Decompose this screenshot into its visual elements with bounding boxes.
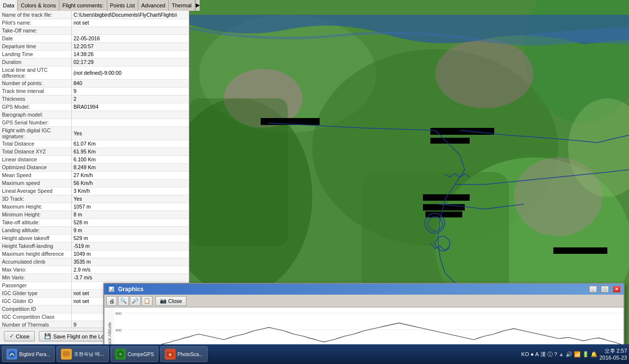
- table-row: Mean Speed27 Km/h: [0, 171, 189, 179]
- print-button[interactable]: 🖨: [106, 296, 117, 306]
- tab-points[interactable]: Points List: [107, 0, 139, 11]
- field-label: Landing altitude:: [0, 226, 71, 234]
- table-row: Height above takeoff529 m: [0, 234, 189, 242]
- field-label: IGC Glider ID: [0, 297, 71, 305]
- field-value: 61.95 Km: [71, 148, 189, 155]
- tab-advanced[interactable]: Advanced: [138, 0, 169, 11]
- question-icon: ?: [554, 351, 557, 357]
- gfx-close-button[interactable]: 📷 Close: [155, 296, 186, 306]
- svg-point-7: [435, 39, 534, 108]
- field-label: Take-off altitude:: [0, 218, 71, 226]
- svg-point-54: [8, 351, 15, 358]
- info-icon: ⓘ: [547, 351, 553, 358]
- table-row: Minimum Height:8 m: [0, 211, 189, 218]
- tab-comments[interactable]: Flight comments:: [60, 0, 107, 11]
- taskbar-app-chat[interactable]: 조현숙님 메...: [57, 346, 108, 362]
- field-label: Track time interval: [0, 87, 71, 95]
- field-value: 8.249 Km: [71, 163, 189, 171]
- windowclose-button[interactable]: ✕: [613, 286, 621, 293]
- copy-button[interactable]: 📋: [142, 296, 152, 306]
- chat-label: 조현숙님 메...: [74, 351, 104, 358]
- table-row: Lineal Average Speed3 Km/h: [0, 187, 189, 195]
- field-value: 9: [71, 87, 189, 95]
- taskbar-clock: 오후 2:57 2016-05-23: [599, 347, 627, 362]
- field-value: [71, 111, 189, 119]
- table-row: Pilot's name:not set: [0, 19, 189, 27]
- table-row: GPS Serial Number:: [0, 119, 189, 126]
- tab-thermal[interactable]: Thermal: [169, 0, 195, 11]
- field-label: Height Takeoff-landing: [0, 242, 71, 250]
- table-row: Flight with digital IGC signature:Yes: [0, 126, 189, 140]
- field-label: Name of the track file:: [0, 11, 71, 19]
- taskbar-app-bigbird[interactable]: Bigbird Para...: [2, 346, 55, 362]
- field-value: C:\Users\bigbird\Documents\FlyChart\Flig…: [71, 11, 189, 19]
- field-value: 56 Km/h: [71, 179, 189, 187]
- field-value: not set: [71, 19, 189, 27]
- field-label: Barograph model:: [0, 111, 71, 119]
- speaker-icon[interactable]: 🔊: [566, 351, 572, 358]
- maximize-button[interactable]: □: [601, 286, 609, 293]
- graphics-title: Graphics: [118, 286, 585, 293]
- lang-indicator: KO: [521, 351, 529, 357]
- field-label: Date: [0, 34, 71, 42]
- table-row: Duration02:17:29: [0, 58, 189, 66]
- table-row: Maximum Height:1057 m: [0, 203, 189, 211]
- system-tray: KO ● A 漢 ⓘ ? ▲ 🔊 📶 🔋 🔔: [521, 351, 598, 358]
- field-value: -3.7 m/s: [71, 273, 189, 281]
- svg-rect-55: [63, 351, 70, 356]
- table-row: Optimized Distance8.249 Km: [0, 163, 189, 171]
- graphics-titlebar: 📊 Graphics _ □ ✕: [104, 284, 624, 295]
- field-label: Take-Off name:: [0, 27, 71, 34]
- zoom-out-button[interactable]: 🔎: [130, 296, 141, 306]
- field-value: Yes: [71, 195, 189, 203]
- field-label: Number of Thermals: [0, 321, 71, 328]
- field-value: 6.100 Km: [71, 155, 189, 163]
- network-status-icon[interactable]: 📶: [574, 351, 581, 358]
- compegps-icon: [115, 349, 126, 360]
- field-label: Maximum speed: [0, 179, 71, 187]
- table-row: Accumulated climb3535 m: [0, 258, 189, 266]
- field-label: Height above takeoff: [0, 234, 71, 242]
- field-label: Total Distance: [0, 140, 71, 148]
- field-value: 14:38:26: [71, 50, 189, 58]
- field-value: 1049 m: [71, 250, 189, 258]
- table-row: Number of points:840: [0, 79, 189, 87]
- svg-rect-10: [361, 172, 509, 295]
- field-value: [71, 27, 189, 34]
- check-icon: ✓: [9, 333, 14, 339]
- field-label: Number of points:: [0, 79, 71, 87]
- table-row: Thickness2: [0, 95, 189, 103]
- tab-colors[interactable]: Colors & Icons: [18, 0, 60, 11]
- field-label: Maximum Height:: [0, 203, 71, 211]
- minimize-button[interactable]: _: [589, 286, 597, 293]
- field-value: 22-05-2016: [71, 34, 189, 42]
- compegps-label: CompeGPS: [128, 352, 154, 357]
- field-value: 3535 m: [71, 258, 189, 266]
- field-value: 8 m: [71, 211, 189, 218]
- lang-icon: A: [535, 351, 539, 357]
- tab-data[interactable]: Data: [0, 0, 18, 11]
- notification-icon[interactable]: 🔔: [591, 351, 598, 358]
- table-row: Maximum height difference1049 m: [0, 250, 189, 258]
- table-row: Track time interval9: [0, 87, 189, 95]
- field-value: Yes: [71, 126, 189, 140]
- field-label: Accumulated climb: [0, 258, 71, 266]
- tab-scroll-arrow[interactable]: ▶: [195, 0, 200, 11]
- clock-time: 오후 2:57: [599, 347, 627, 354]
- data-table: Name of the track file:C:\Users\bigbird\…: [0, 11, 189, 328]
- taskbar-app-compegps[interactable]: CompeGPS: [111, 346, 158, 362]
- photosca-label: PhotoSca...: [178, 352, 203, 357]
- gfx-close-label: Close: [168, 298, 182, 304]
- field-label: Linear distance: [0, 155, 71, 163]
- field-value: 3 Km/h: [71, 187, 189, 195]
- field-label: Competition ID: [0, 305, 71, 313]
- field-value: 1057 m: [71, 203, 189, 211]
- taskbar-app-photosca[interactable]: PhotoSca...: [160, 346, 208, 362]
- zoom-in-button[interactable]: 🔍: [118, 296, 129, 306]
- field-value: 27 Km/h: [71, 171, 189, 179]
- field-label: Duration: [0, 58, 71, 66]
- table-row: GPS Model:BRA01994: [0, 103, 189, 111]
- photosca-icon: [165, 349, 176, 360]
- close-button[interactable]: ✓ Close: [4, 331, 35, 341]
- svg-point-60: [169, 353, 172, 356]
